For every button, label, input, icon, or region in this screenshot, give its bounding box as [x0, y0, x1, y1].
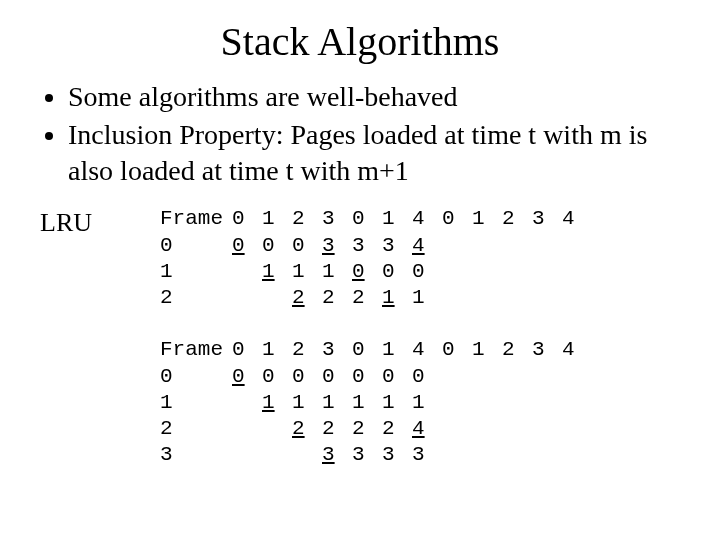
- table-row: 222211: [160, 285, 592, 311]
- row-label: 2: [160, 285, 232, 311]
- data-cell: [232, 442, 262, 468]
- header-cell: 0: [352, 206, 382, 232]
- bullet-list: Some algorithms are well-behaved Inclusi…: [40, 79, 680, 188]
- row-label: 0: [160, 233, 232, 259]
- header-cell: 4: [412, 337, 442, 363]
- header-cell: 0: [352, 337, 382, 363]
- data-cell: 2: [382, 416, 412, 442]
- data-cell: 1: [382, 285, 412, 311]
- data-cell: 3: [322, 442, 352, 468]
- data-cell: 0: [382, 259, 412, 285]
- frame-table-3: Frame012301401234000033341111000222211: [160, 206, 592, 311]
- header-cell: 1: [262, 337, 292, 363]
- data-cell: [262, 442, 292, 468]
- row-label: 2: [160, 416, 232, 442]
- data-cell: 3: [352, 442, 382, 468]
- data-cell: 1: [322, 259, 352, 285]
- data-cell: 0: [262, 364, 292, 390]
- data-cell: 2: [292, 285, 322, 311]
- page-title: Stack Algorithms: [40, 18, 680, 65]
- table-header-row: Frame012301401234: [160, 337, 592, 363]
- header-cell: 1: [472, 337, 502, 363]
- data-cell: 2: [292, 416, 322, 442]
- data-cell: [232, 390, 262, 416]
- header-cell: 4: [562, 206, 592, 232]
- data-cell: 0: [322, 364, 352, 390]
- row-label: Frame: [160, 206, 232, 232]
- header-cell: 0: [232, 206, 262, 232]
- header-cell: 0: [232, 337, 262, 363]
- row-label: 1: [160, 259, 232, 285]
- header-cell: 1: [472, 206, 502, 232]
- data-cell: 1: [412, 285, 442, 311]
- header-cell: 0: [442, 206, 472, 232]
- header-cell: 4: [412, 206, 442, 232]
- data-cell: 4: [412, 233, 442, 259]
- header-cell: 2: [502, 206, 532, 232]
- data-cell: 0: [412, 259, 442, 285]
- bullet-item: Inclusion Property: Pages loaded at time…: [68, 117, 680, 189]
- row-label: 3: [160, 442, 232, 468]
- lru-label: LRU: [40, 206, 160, 238]
- data-cell: 4: [412, 416, 442, 442]
- data-cell: [232, 259, 262, 285]
- tables-container: Frame012301401234000033341111000222211 F…: [160, 206, 592, 494]
- data-cell: 1: [262, 259, 292, 285]
- data-cell: 0: [412, 364, 442, 390]
- table-row: 00003334: [160, 233, 592, 259]
- data-cell: 2: [352, 416, 382, 442]
- slide: Stack Algorithms Some algorithms are wel…: [0, 0, 720, 495]
- data-cell: [232, 285, 262, 311]
- header-cell: 1: [262, 206, 292, 232]
- data-cell: 2: [352, 285, 382, 311]
- data-cell: 3: [382, 233, 412, 259]
- header-cell: 3: [322, 206, 352, 232]
- data-cell: 1: [352, 390, 382, 416]
- data-cell: [262, 416, 292, 442]
- data-cell: 0: [382, 364, 412, 390]
- data-cell: [232, 416, 262, 442]
- data-cell: 3: [382, 442, 412, 468]
- data-cell: 2: [322, 416, 352, 442]
- header-cell: 3: [532, 206, 562, 232]
- data-cell: 1: [412, 390, 442, 416]
- data-cell: 3: [352, 233, 382, 259]
- header-cell: 0: [442, 337, 472, 363]
- data-cell: 0: [352, 259, 382, 285]
- data-cell: 1: [262, 390, 292, 416]
- table-row: 00000000: [160, 364, 592, 390]
- data-cell: 0: [262, 233, 292, 259]
- data-cell: 1: [292, 390, 322, 416]
- frame-table-4: Frame01230140123400000000111111122222433…: [160, 337, 592, 468]
- table-row: 33333: [160, 442, 592, 468]
- row-label: 1: [160, 390, 232, 416]
- data-cell: 0: [232, 364, 262, 390]
- header-cell: 2: [292, 337, 322, 363]
- table-row: 222224: [160, 416, 592, 442]
- data-cell: [292, 442, 322, 468]
- bullet-item: Some algorithms are well-behaved: [68, 79, 680, 115]
- data-cell: 2: [322, 285, 352, 311]
- data-cell: 0: [292, 364, 322, 390]
- data-cell: 1: [382, 390, 412, 416]
- data-cell: 1: [292, 259, 322, 285]
- table-row: 1111111: [160, 390, 592, 416]
- header-cell: 2: [502, 337, 532, 363]
- content-row: LRU Frame0123014012340000333411110002222…: [40, 206, 680, 494]
- data-cell: 1: [322, 390, 352, 416]
- row-label: Frame: [160, 337, 232, 363]
- header-cell: 3: [532, 337, 562, 363]
- header-cell: 1: [382, 206, 412, 232]
- header-cell: 3: [322, 337, 352, 363]
- header-cell: 4: [562, 337, 592, 363]
- data-cell: 0: [232, 233, 262, 259]
- data-cell: 0: [352, 364, 382, 390]
- data-cell: 3: [412, 442, 442, 468]
- row-label: 0: [160, 364, 232, 390]
- table-row: 1111000: [160, 259, 592, 285]
- header-cell: 1: [382, 337, 412, 363]
- data-cell: [262, 285, 292, 311]
- data-cell: 0: [292, 233, 322, 259]
- table-header-row: Frame012301401234: [160, 206, 592, 232]
- header-cell: 2: [292, 206, 322, 232]
